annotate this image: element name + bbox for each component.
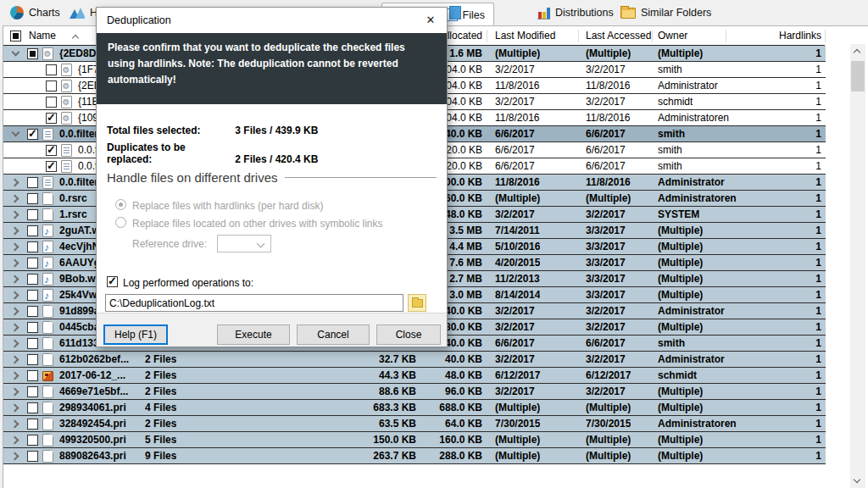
table-row[interactable]: 328492454.pri2 Files63.5 KB64.0 KB7/30/2… bbox=[3, 416, 826, 432]
cell-name: 499320500.pri bbox=[59, 432, 126, 447]
message-line: using hardlinks. Note: The deduplication… bbox=[108, 56, 436, 72]
row-checkbox[interactable] bbox=[27, 338, 38, 349]
row-checkbox[interactable] bbox=[27, 290, 38, 301]
expander-right-icon[interactable] bbox=[11, 436, 19, 445]
cell-hardlinks: 1 bbox=[732, 271, 821, 286]
plain-file-icon bbox=[42, 385, 53, 398]
expander-right-icon[interactable] bbox=[11, 372, 19, 380]
scroll-up-button[interactable] bbox=[850, 44, 865, 58]
execute-button[interactable]: Execute bbox=[217, 324, 290, 345]
log-operations-checkbox[interactable] bbox=[107, 276, 118, 287]
expander-right-icon[interactable] bbox=[11, 243, 19, 252]
row-checkbox[interactable] bbox=[27, 129, 38, 140]
expander-right-icon[interactable] bbox=[11, 356, 19, 364]
expander-right-icon[interactable] bbox=[11, 179, 19, 187]
row-checkbox[interactable] bbox=[27, 274, 38, 285]
row-checkbox[interactable] bbox=[27, 402, 38, 413]
table-row[interactable]: 298934061.pri4 Files683.3 KB688.0 KB(Mul… bbox=[3, 400, 826, 416]
scroll-down-button[interactable] bbox=[850, 474, 865, 488]
cell-name: 0.0.filter bbox=[59, 175, 98, 190]
table-row[interactable]: 2017-06-12_...2 Files44.3 KB48.0 KB6/12/… bbox=[3, 368, 826, 384]
music-file-icon bbox=[42, 273, 53, 286]
row-checkbox[interactable] bbox=[27, 241, 38, 252]
expander-right-icon[interactable] bbox=[11, 340, 19, 348]
cell-files: 4 Files bbox=[145, 400, 176, 415]
cell-allocated: 64.0 KB bbox=[395, 416, 482, 431]
tab-charts[interactable]: Charts bbox=[10, 0, 60, 25]
row-checkbox[interactable] bbox=[46, 97, 57, 108]
cell-owner: (Multiple) bbox=[658, 384, 703, 399]
vertical-scrollbar[interactable] bbox=[850, 44, 865, 488]
expander-right-icon[interactable] bbox=[11, 211, 19, 219]
tab-distributions[interactable]: Distributions bbox=[537, 0, 614, 25]
table-row[interactable]: 612b0262bef...2 Files32.7 KB40.0 KB3/2/2… bbox=[3, 352, 826, 368]
row-checkbox[interactable] bbox=[46, 64, 57, 75]
cell-name: 889082643.pri bbox=[59, 448, 126, 463]
table-row[interactable]: 889082643.pri9 Files263.7 KB288.0 KB(Mul… bbox=[3, 448, 826, 464]
radio-hardlinks[interactable] bbox=[115, 199, 126, 210]
cell-last-accessed: 11/8/2016 bbox=[586, 78, 631, 93]
radio-symlinks[interactable] bbox=[115, 217, 126, 228]
expander-right-icon[interactable] bbox=[11, 404, 19, 413]
log-path-input[interactable] bbox=[105, 294, 403, 312]
help-button[interactable]: Help (F1) bbox=[103, 324, 168, 345]
scrollbar-thumb[interactable] bbox=[851, 61, 865, 92]
close-button[interactable]: Close bbox=[376, 324, 441, 345]
expander-down-icon[interactable] bbox=[12, 129, 20, 137]
row-checkbox[interactable] bbox=[27, 322, 38, 333]
row-checkbox[interactable] bbox=[27, 225, 38, 236]
cell-last-accessed: 3/2/2017 bbox=[586, 62, 626, 77]
plain-file-icon bbox=[42, 434, 53, 446]
row-checkbox[interactable] bbox=[27, 435, 38, 446]
expander-right-icon[interactable] bbox=[11, 275, 19, 284]
cell-hardlinks: 1 bbox=[732, 303, 821, 319]
column-header-last-modified[interactable]: Last Modified bbox=[495, 30, 555, 42]
expander-right-icon[interactable] bbox=[11, 388, 19, 396]
expander-right-icon[interactable] bbox=[11, 452, 19, 461]
cancel-button[interactable]: Cancel bbox=[297, 324, 370, 345]
expander-right-icon[interactable] bbox=[11, 227, 19, 236]
row-checkbox[interactable] bbox=[46, 145, 57, 156]
cell-last-modified: (Multiple) bbox=[495, 46, 540, 61]
expander-right-icon[interactable] bbox=[11, 291, 19, 300]
expander-right-icon[interactable] bbox=[11, 195, 19, 203]
row-checkbox[interactable] bbox=[27, 451, 38, 462]
column-header-owner[interactable]: Owner bbox=[658, 30, 687, 42]
expander-right-icon[interactable] bbox=[11, 324, 19, 332]
row-checkbox[interactable] bbox=[27, 258, 38, 269]
row-checkbox[interactable] bbox=[27, 306, 38, 317]
reference-drive-select[interactable] bbox=[217, 235, 271, 252]
column-header-hardlinks[interactable]: Hardlinks bbox=[732, 30, 821, 42]
cell-allocated: 96.0 KB bbox=[395, 384, 482, 399]
row-checkbox[interactable] bbox=[27, 48, 38, 59]
row-checkbox[interactable] bbox=[27, 209, 38, 220]
gear-file-icon bbox=[61, 96, 72, 108]
table-row[interactable]: 499320500.pri5 Files150.0 KB160.0 KB(Mul… bbox=[3, 432, 826, 448]
table-row[interactable]: 4669e71e5bf...2 Files88.6 KB96.0 KB3/2/2… bbox=[3, 384, 826, 400]
row-checkbox[interactable] bbox=[46, 113, 57, 124]
total-files-value: 3 Files / 439.9 KB bbox=[235, 125, 318, 136]
close-icon[interactable]: ✕ bbox=[423, 13, 438, 28]
column-header-last-accessed[interactable]: Last Accessed bbox=[586, 30, 651, 42]
expander-right-icon[interactable] bbox=[11, 308, 19, 316]
expander-right-icon[interactable] bbox=[11, 259, 19, 268]
row-checkbox[interactable] bbox=[27, 386, 38, 397]
cell-owner: (Multiple) bbox=[658, 400, 703, 415]
row-checkbox[interactable] bbox=[46, 161, 57, 172]
row-checkbox[interactable] bbox=[46, 80, 57, 92]
cell-last-modified: (Multiple) bbox=[495, 432, 540, 447]
select-all-checkbox[interactable] bbox=[10, 30, 21, 42]
row-checkbox[interactable] bbox=[27, 419, 38, 430]
column-header-name[interactable]: Name bbox=[29, 30, 56, 42]
cell-last-accessed: 3/2/2017 bbox=[586, 303, 626, 319]
tab-similar-folders[interactable]: Similar Folders bbox=[620, 0, 711, 25]
expander-down-icon[interactable] bbox=[12, 48, 20, 57]
row-checkbox[interactable] bbox=[27, 354, 38, 365]
row-checkbox[interactable] bbox=[27, 193, 38, 204]
cell-allocated: 160.0 KB bbox=[395, 432, 482, 447]
cell-hardlinks: 1 bbox=[732, 78, 821, 93]
row-checkbox[interactable] bbox=[27, 177, 38, 188]
browse-button[interactable] bbox=[408, 294, 426, 312]
row-checkbox[interactable] bbox=[27, 370, 38, 381]
expander-right-icon[interactable] bbox=[11, 420, 19, 429]
